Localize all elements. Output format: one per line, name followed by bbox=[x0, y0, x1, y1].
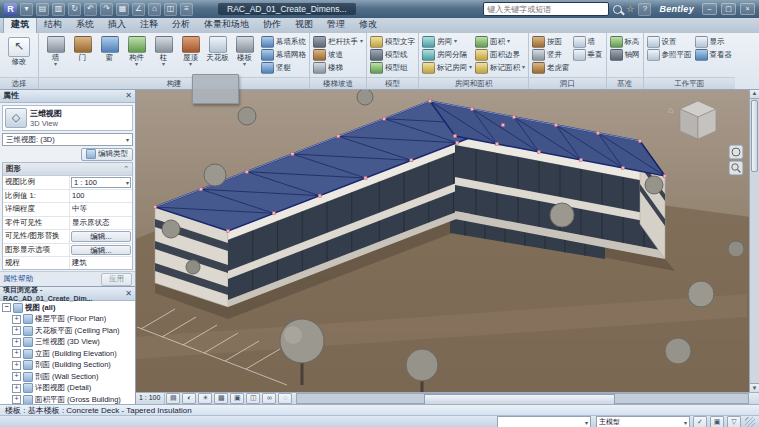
type-selector[interactable]: ◇ 三维视图 3D View bbox=[2, 105, 133, 131]
ribbon-tab[interactable]: 体量和场地 bbox=[197, 17, 256, 33]
ribbon-button[interactable]: 墙 ▾ bbox=[42, 35, 69, 67]
ribbon-button[interactable]: 标高 bbox=[610, 35, 640, 48]
ribbon-button[interactable]: 面积边界 bbox=[475, 48, 525, 61]
tree-item[interactable]: + 剖面 (Building Section) bbox=[0, 360, 135, 372]
visual-style-icon[interactable] bbox=[182, 393, 196, 404]
tree-item[interactable]: + 立面 (Building Elevation) bbox=[0, 348, 135, 360]
qat-menu-icon[interactable]: ▾ bbox=[20, 3, 33, 16]
scale-button[interactable]: 1 : 100 bbox=[135, 393, 165, 404]
ribbon-button[interactable]: 模型文字 bbox=[370, 35, 415, 48]
ribbon-button[interactable]: 房间 ▾ bbox=[422, 35, 472, 48]
ribbon-button[interactable]: 显示 bbox=[695, 35, 733, 48]
expander-icon[interactable]: + bbox=[12, 361, 21, 370]
expander-icon[interactable]: + bbox=[12, 349, 21, 358]
favorites-icon[interactable]: ☆ bbox=[626, 4, 634, 14]
scrollbar-thumb[interactable] bbox=[424, 394, 615, 404]
expander-icon[interactable]: + bbox=[12, 384, 21, 393]
expander-icon[interactable]: + bbox=[12, 338, 21, 347]
sun-path-icon[interactable] bbox=[198, 393, 212, 404]
close-icon[interactable]: ✕ bbox=[125, 91, 132, 100]
revit-app-icon[interactable]: R bbox=[4, 3, 17, 16]
scrollbar-thumb[interactable] bbox=[751, 100, 758, 172]
exclude-options-icon[interactable]: ▣ bbox=[710, 416, 724, 427]
ribbon-tab[interactable]: 建筑 bbox=[3, 16, 37, 33]
undo-icon[interactable]: ↶ bbox=[84, 3, 97, 16]
print-icon[interactable]: ▦ bbox=[116, 3, 129, 16]
ribbon-button[interactable]: 标记面积 ▾ bbox=[475, 61, 525, 74]
ribbon-button[interactable]: 轴网 bbox=[610, 48, 640, 61]
properties-help-link[interactable]: 属性帮助 bbox=[3, 274, 33, 284]
tree-item[interactable]: + 三维视图 (3D View) bbox=[0, 337, 135, 349]
close-icon[interactable]: ✕ bbox=[125, 289, 132, 298]
expander-icon[interactable]: + bbox=[12, 372, 21, 381]
tree-item[interactable]: + 剖面 (Wall Section) bbox=[0, 371, 135, 383]
measure-icon[interactable]: ∠ bbox=[132, 3, 145, 16]
redo-icon[interactable]: ↷ bbox=[100, 3, 113, 16]
tree-item[interactable]: − 视图 (all) bbox=[0, 302, 135, 314]
ribbon-tab[interactable]: 分析 bbox=[165, 17, 197, 33]
workset-combo[interactable]: ▾ bbox=[497, 416, 591, 427]
ribbon-button[interactable]: 面积 ▾ bbox=[475, 35, 525, 48]
close-button[interactable]: × bbox=[740, 3, 755, 15]
3d-view-icon[interactable]: ⌂ bbox=[148, 3, 161, 16]
maximize-button[interactable]: ▢ bbox=[721, 3, 736, 15]
ribbon-button[interactable]: 竖梃 bbox=[261, 61, 306, 74]
section-graphics[interactable]: 图形 ⌃ bbox=[3, 163, 132, 176]
ribbon-tab[interactable]: 修改 bbox=[352, 17, 384, 33]
ribbon-button[interactable]: 屋顶 ▾ bbox=[177, 35, 204, 67]
ribbon-tab[interactable]: 结构 bbox=[37, 17, 69, 33]
ribbon-tab[interactable]: 注释 bbox=[133, 17, 165, 33]
ribbon-button[interactable]: 楼板 ▾ bbox=[231, 35, 258, 67]
help-icon[interactable]: ? bbox=[638, 3, 651, 16]
design-option-combo[interactable]: 主模型 ▾ bbox=[596, 416, 690, 427]
expander-icon[interactable]: + bbox=[12, 395, 21, 404]
ribbon-button[interactable]: 标记房间 ▾ bbox=[422, 61, 472, 74]
tree-item[interactable]: + 天花板平面 (Ceiling Plan) bbox=[0, 325, 135, 337]
reveal-hidden-icon[interactable] bbox=[278, 393, 292, 404]
section-icon[interactable]: ◫ bbox=[164, 3, 177, 16]
shadows-icon[interactable] bbox=[214, 393, 228, 404]
thin-lines-icon[interactable]: ≡ bbox=[180, 3, 193, 16]
ribbon-button[interactable]: 墙 bbox=[573, 35, 603, 48]
ribbon-button[interactable]: 天花板 bbox=[204, 35, 231, 67]
vertical-scrollbar[interactable]: ▲ ▼ bbox=[749, 89, 759, 393]
temporary-hide-isolate-icon[interactable] bbox=[262, 393, 276, 404]
view-selector-combo[interactable]: 三维视图: (3D) ▾ bbox=[2, 133, 133, 146]
filter-icon[interactable]: ▽ bbox=[727, 416, 741, 427]
drawing-area[interactable]: ⌂ ▲ ▼ 1 : 100 bbox=[135, 89, 759, 404]
detail-level-icon[interactable] bbox=[166, 393, 180, 404]
ribbon-button[interactable]: 垂直 bbox=[573, 48, 603, 61]
ribbon-tab[interactable]: 协作 bbox=[256, 17, 288, 33]
ribbon-button[interactable]: 柱 ▾ bbox=[150, 35, 177, 67]
resize-grip[interactable] bbox=[745, 417, 755, 427]
ribbon-button[interactable]: 设置 bbox=[647, 35, 692, 48]
apply-button[interactable]: 应用 bbox=[101, 273, 132, 286]
search-icon[interactable] bbox=[613, 5, 622, 14]
ribbon-tab[interactable]: 视图 bbox=[288, 17, 320, 33]
modify-button[interactable]: ↖ 修改 bbox=[3, 35, 35, 66]
open-icon[interactable]: ▤ bbox=[36, 3, 49, 16]
save-icon[interactable]: ▥ bbox=[52, 3, 65, 16]
ribbon-button[interactable]: 栏杆扶手 ▾ bbox=[313, 35, 363, 48]
ribbon-button[interactable]: 门 bbox=[69, 35, 96, 67]
tree-item[interactable]: + 详图视图 (Detail) bbox=[0, 383, 135, 395]
crop-view-icon[interactable] bbox=[230, 393, 244, 404]
ribbon-tab[interactable]: 插入 bbox=[101, 17, 133, 33]
expander-icon[interactable]: − bbox=[2, 303, 11, 312]
ribbon-tab[interactable]: 系统 bbox=[69, 17, 101, 33]
ribbon-button[interactable]: 模型线 bbox=[370, 48, 415, 61]
ribbon-button[interactable]: 按面 bbox=[532, 35, 570, 48]
ribbon-button[interactable]: 参照平面 bbox=[647, 48, 692, 61]
ribbon-button[interactable]: 窗 bbox=[96, 35, 123, 67]
ribbon-button[interactable]: 老虎窗 bbox=[532, 61, 570, 74]
edit-type-button[interactable]: 编辑类型 bbox=[81, 148, 133, 161]
ribbon-button[interactable]: 房间分隔 bbox=[422, 48, 472, 61]
crop-region-icon[interactable] bbox=[246, 393, 260, 404]
infocenter-search-input[interactable] bbox=[483, 2, 609, 16]
ribbon-button[interactable]: 构件 ▾ bbox=[123, 35, 150, 67]
ribbon-button[interactable]: 模型组 bbox=[370, 61, 415, 74]
project-browser-header[interactable]: 项目浏览器 - RAC_AD_01_Create_Dim... ✕ bbox=[0, 287, 135, 301]
ribbon-button[interactable]: 幕墙系统 bbox=[261, 35, 306, 48]
ribbon-button[interactable]: 查看器 bbox=[695, 48, 733, 61]
editable-only-icon[interactable]: ✓ bbox=[693, 416, 707, 427]
